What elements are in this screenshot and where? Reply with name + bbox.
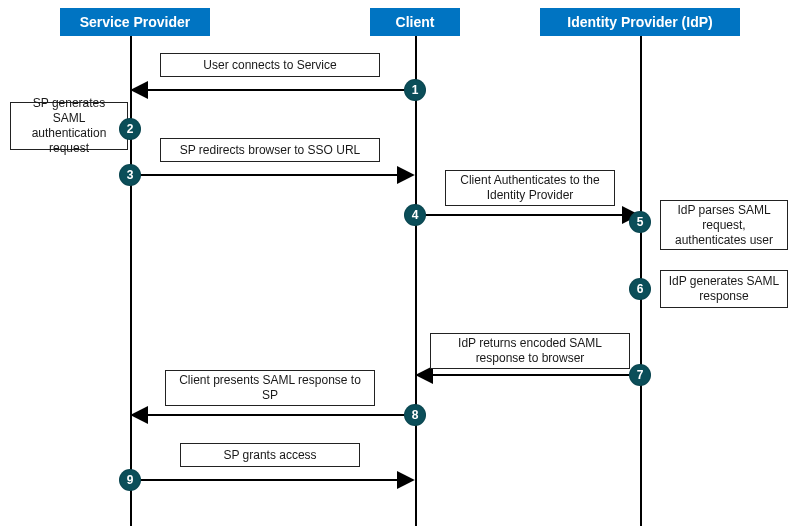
step-badge-1: 1 xyxy=(404,79,426,101)
lifeline-service-provider xyxy=(130,36,132,526)
step-badge-8: 8 xyxy=(404,404,426,426)
lane-header-client: Client xyxy=(370,8,460,36)
step-badge-7: 7 xyxy=(629,364,651,386)
message-client-authenticates-idp: Client Authenticates to the Identity Pro… xyxy=(445,170,615,206)
message-sp-grants-access: SP grants access xyxy=(180,443,360,467)
sequence-arrows xyxy=(0,0,800,530)
note-sp-generates-request: SP generates SAML authentication request xyxy=(10,102,128,150)
message-user-connects: User connects to Service xyxy=(160,53,380,77)
lifeline-client xyxy=(415,36,417,526)
step-badge-9: 9 xyxy=(119,469,141,491)
message-client-presents-response: Client presents SAML response to SP xyxy=(165,370,375,406)
step-badge-4: 4 xyxy=(404,204,426,226)
message-sp-redirects-sso: SP redirects browser to SSO URL xyxy=(160,138,380,162)
note-idp-generates-response: IdP generates SAML response xyxy=(660,270,788,308)
step-badge-3: 3 xyxy=(119,164,141,186)
step-badge-2: 2 xyxy=(119,118,141,140)
saml-sequence-diagram: Service Provider Client Identity Provide… xyxy=(0,0,800,530)
lane-header-service-provider: Service Provider xyxy=(60,8,210,36)
note-idp-parses-request: IdP parses SAML request, authenticates u… xyxy=(660,200,788,250)
lane-header-identity-provider: Identity Provider (IdP) xyxy=(540,8,740,36)
step-badge-6: 6 xyxy=(629,278,651,300)
step-badge-5: 5 xyxy=(629,211,651,233)
message-idp-returns-response: IdP returns encoded SAML response to bro… xyxy=(430,333,630,369)
